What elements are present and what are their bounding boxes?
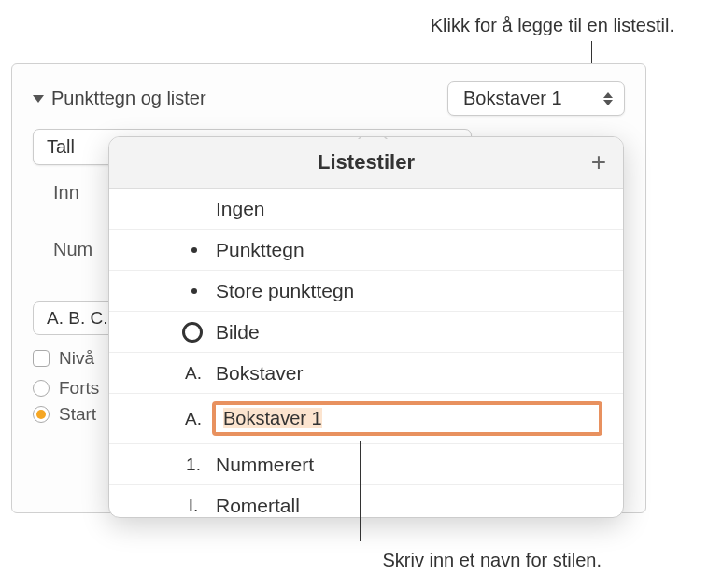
style-item-image[interactable]: Bilde bbox=[109, 312, 623, 353]
style-label: Ingen bbox=[216, 198, 265, 220]
popover-header: Listestiler + bbox=[109, 137, 623, 189]
style-item-bullet[interactable]: Punkttegn bbox=[109, 230, 623, 271]
dropdown-value: A. B. C. bbox=[47, 308, 107, 329]
style-item-letters[interactable]: A. Bokstaver bbox=[109, 353, 623, 394]
number-format-dropdown[interactable]: A. B. C. bbox=[33, 301, 116, 335]
checkbox-label: Nivå bbox=[59, 348, 94, 369]
callout-name-input: Skriv inn et navn for stilen. bbox=[382, 550, 602, 571]
add-style-button[interactable]: + bbox=[591, 149, 606, 175]
callout-line-bottom bbox=[360, 441, 361, 541]
style-item-numbered[interactable]: 1. Nummerert bbox=[109, 444, 623, 485]
popover-title: Listestiler bbox=[318, 150, 415, 175]
bullet-dot-icon bbox=[191, 247, 197, 253]
input-value: Bokstaver 1 bbox=[223, 408, 322, 428]
style-label: Store punkttegn bbox=[216, 280, 354, 302]
list-style-dropdown[interactable]: Bokstaver 1 bbox=[447, 81, 625, 116]
checkbox-icon bbox=[33, 350, 50, 367]
section-title: Punkttegn og lister bbox=[51, 88, 440, 109]
style-item-none[interactable]: Ingen bbox=[109, 189, 623, 230]
list-styles-popover: Listestiler + Ingen Punkttegn Store punk… bbox=[108, 136, 624, 518]
style-label: Nummerert bbox=[216, 454, 314, 476]
style-item-letters-1-editing[interactable]: A. Bokstaver 1 bbox=[109, 394, 623, 444]
radio-icon bbox=[33, 406, 50, 423]
style-list: Ingen Punkttegn Store punkttegn Bilde A.… bbox=[109, 189, 623, 517]
style-label: Romertall bbox=[216, 495, 300, 517]
style-label: Bokstaver bbox=[216, 362, 303, 385]
style-label: Bilde bbox=[216, 321, 260, 343]
updown-arrows-icon bbox=[603, 92, 613, 105]
dropdown-value: Tall bbox=[47, 136, 75, 158]
marker-text: A. bbox=[175, 363, 212, 384]
disclosure-triangle-icon bbox=[33, 95, 44, 103]
style-item-big-bullet[interactable]: Store punkttegn bbox=[109, 271, 623, 312]
style-item-roman[interactable]: I. Romertall bbox=[109, 485, 623, 517]
section-header[interactable]: Punkttegn og lister Bokstaver 1 bbox=[33, 81, 625, 116]
radio-label: Forts bbox=[59, 378, 99, 399]
marker-text: A. bbox=[175, 409, 212, 429]
callout-add-style: Klikk for å legge til en listestil. bbox=[431, 15, 674, 36]
dropdown-value: Bokstaver 1 bbox=[463, 88, 562, 109]
marker-text: 1. bbox=[175, 455, 212, 475]
radio-icon bbox=[33, 380, 50, 397]
style-label: Punkttegn bbox=[216, 239, 304, 261]
bullet-dot-icon bbox=[191, 288, 197, 294]
circle-bullet-icon bbox=[182, 322, 203, 343]
radio-label: Start bbox=[59, 404, 96, 425]
style-name-input[interactable]: Bokstaver 1 bbox=[212, 401, 602, 436]
marker-text: I. bbox=[175, 496, 212, 516]
